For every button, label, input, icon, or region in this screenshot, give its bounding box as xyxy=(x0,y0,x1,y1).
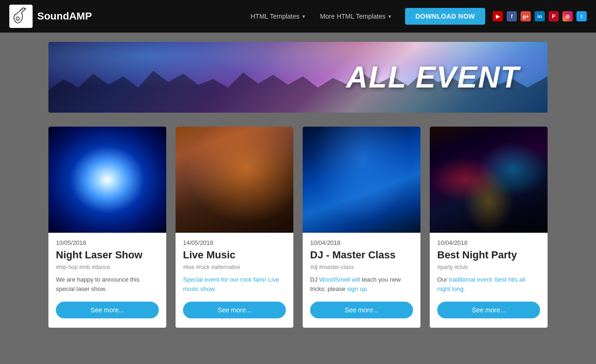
event-description: Our traditional event: best hits all nig… xyxy=(437,275,540,293)
event-card-body: 10/05/2018 Night Laser Show #hip-hop #mb… xyxy=(48,233,166,328)
event-date: 14/05/2018 xyxy=(183,239,286,246)
event-card-image-dj xyxy=(303,127,420,233)
event-card-image-laser xyxy=(48,127,166,233)
hero-title: ALL EVENT xyxy=(346,60,520,94)
event-image-music xyxy=(176,127,293,233)
event-description: We are happy to announce this special la… xyxy=(56,275,159,293)
social-icons-group: ▶ f g+ in P ◎ t xyxy=(493,11,587,21)
nav-links: HTML Templates ▼ More HTML Templates ▼ D… xyxy=(245,8,485,25)
event-card: 10/04/2018 Best Night Party #party #club… xyxy=(430,127,548,328)
event-image-laser xyxy=(48,127,166,233)
brand-link[interactable]: SoundAMP xyxy=(9,5,92,28)
event-card-image-party xyxy=(430,127,548,233)
linkedin-icon[interactable]: in xyxy=(535,11,545,21)
more-html-templates-link[interactable]: More HTML Templates ▼ xyxy=(314,10,398,23)
event-card: 10/05/2018 Night Laser Show #hip-hop #mb… xyxy=(48,127,166,328)
brand-name: SoundAMP xyxy=(37,10,92,22)
brand-logo-icon xyxy=(9,5,33,28)
hero-banner: ALL EVENT xyxy=(48,42,548,113)
event-tags: #dj #master-class xyxy=(310,264,413,270)
event-card: 14/05/2018 Live Music #live #rock #alter… xyxy=(176,127,293,328)
see-more-button[interactable]: See more... xyxy=(310,302,413,318)
see-more-button[interactable]: See more... xyxy=(56,302,159,318)
youtube-icon[interactable]: ▶ xyxy=(493,11,503,21)
event-card: 10/04/2018 DJ - Master Class #dj #master… xyxy=(303,127,420,328)
see-more-button[interactable]: See more... xyxy=(183,302,286,318)
event-tags: #hip-hop #mb #dance xyxy=(56,264,159,270)
event-card-image-music xyxy=(176,127,293,233)
event-tags: #party #club xyxy=(437,264,540,270)
html-templates-link[interactable]: HTML Templates ▼ xyxy=(245,10,312,23)
download-now-button[interactable]: DOWNLOAD NOW xyxy=(405,8,485,25)
event-image-dj xyxy=(303,127,420,233)
svg-rect-0 xyxy=(9,5,33,28)
event-image-party xyxy=(430,127,548,233)
navbar: SoundAMP HTML Templates ▼ More HTML Temp… xyxy=(0,0,596,33)
dropdown-arrow-icon: ▼ xyxy=(301,14,306,19)
event-title: Night Laser Show xyxy=(56,249,159,261)
event-date: 10/04/2018 xyxy=(310,239,413,246)
facebook-icon[interactable]: f xyxy=(507,11,517,21)
dropdown-arrow-icon-2: ▼ xyxy=(387,14,392,19)
see-more-button[interactable]: See more... xyxy=(437,302,540,318)
event-card-body: 14/05/2018 Live Music #live #rock #alter… xyxy=(176,233,293,328)
event-card-body: 10/04/2018 Best Night Party #party #club… xyxy=(430,233,548,328)
event-date: 10/05/2018 xyxy=(56,239,159,246)
googleplus-icon[interactable]: g+ xyxy=(521,11,531,21)
twitter-icon[interactable]: t xyxy=(576,11,587,21)
event-description: DJ WoodSmell will teach you new tricks: … xyxy=(310,275,413,293)
pinterest-icon[interactable]: P xyxy=(549,11,559,21)
event-date: 10/04/2018 xyxy=(437,239,540,246)
event-tags: #live #rock #alternative xyxy=(183,264,286,270)
event-description: Special event for our rock fans! Live mu… xyxy=(183,275,286,293)
event-card-body: 10/04/2018 DJ - Master Class #dj #master… xyxy=(303,233,420,328)
event-title: Best Night Party xyxy=(437,249,540,261)
instagram-icon[interactable]: ◎ xyxy=(562,11,573,21)
events-grid: 10/05/2018 Night Laser Show #hip-hop #mb… xyxy=(48,127,548,328)
event-title: Live Music xyxy=(183,249,286,261)
event-title: DJ - Master Class xyxy=(310,249,413,261)
